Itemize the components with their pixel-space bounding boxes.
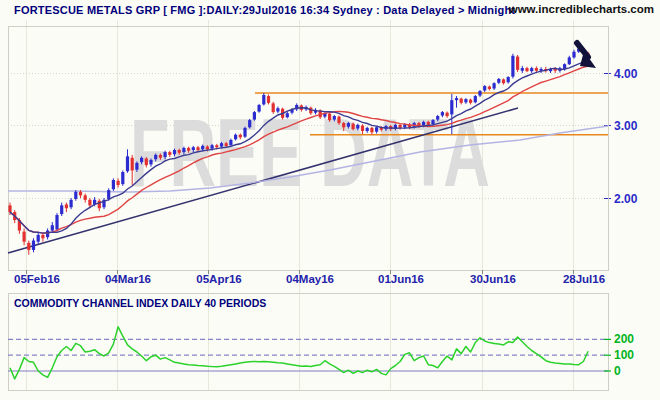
price-and-indicator-chart: 4.003.002.00FREE DATA05Feb1604Mar1605Apr… [0, 0, 660, 400]
candle-body [460, 99, 463, 103]
candle-body [328, 114, 331, 120]
candle-body [422, 122, 425, 126]
candle-body [79, 192, 82, 196]
date-tick-label: 28Jul16 [563, 273, 605, 285]
candle-body [507, 77, 510, 82]
candle-body [375, 127, 378, 131]
candle-body [112, 180, 115, 189]
date-tick-label: 04May16 [286, 273, 334, 285]
candle-body [220, 143, 223, 146]
chart-header-title: FORTESCUE METALS GRP [ FMG ]:DAILY:29Jul… [14, 4, 515, 16]
candle-body [8, 205, 11, 212]
candle-body [168, 152, 171, 155]
candle-body [535, 68, 538, 71]
candle-body [140, 158, 143, 162]
candle-body [333, 116, 336, 119]
candle-body [431, 120, 434, 124]
candle-body [229, 140, 232, 145]
candle-body [521, 68, 524, 71]
candle-body [361, 125, 364, 131]
candle-body [187, 148, 190, 151]
price-tick-label: 2.00 [614, 192, 638, 206]
candle-body [497, 79, 500, 83]
candle-body [196, 147, 199, 150]
candle-body [366, 128, 369, 131]
candle-body [149, 160, 152, 164]
candle-body [74, 192, 77, 199]
candle-body [239, 135, 242, 138]
candle-body [248, 120, 251, 127]
candle-body [32, 241, 35, 250]
candle-body [131, 158, 134, 171]
candle-body [107, 190, 110, 199]
candle-body [469, 100, 472, 103]
candle-body [478, 91, 481, 96]
candle-body [51, 225, 54, 230]
candle-body [192, 147, 195, 150]
candle-body [253, 112, 256, 119]
date-tick-label: 05Feb16 [14, 273, 60, 285]
price-tick-label: 4.00 [614, 67, 638, 81]
candle-body [427, 122, 430, 125]
candle-body [41, 235, 44, 238]
candle-body [135, 163, 138, 170]
candle-body [493, 83, 496, 88]
candle-body [568, 57, 571, 64]
candle-body [337, 117, 340, 123]
candle-body [121, 172, 124, 184]
candle-body [159, 155, 162, 158]
chart-window: 4.003.002.00FREE DATA05Feb1604Mar1605Apr… [0, 0, 660, 400]
candle-body [65, 204, 68, 208]
candle-body [572, 52, 575, 58]
candle-body [178, 150, 181, 153]
candle-body [60, 205, 63, 214]
candle-body [352, 124, 355, 129]
candle-body [276, 108, 279, 111]
candle-body [173, 150, 176, 154]
candle-body [23, 232, 26, 242]
candle-body [154, 155, 157, 159]
candle-body [201, 146, 204, 149]
indicator-title: COMMODITY CHANNEL INDEX DAILY 40 PERIODS [14, 297, 266, 309]
candle-body [455, 98, 458, 100]
cci-tick-label: 100 [614, 348, 634, 362]
candle-body [525, 68, 528, 71]
candle-body [46, 231, 49, 238]
candle-body [511, 56, 514, 77]
candle-body [206, 147, 209, 150]
candle-body [126, 156, 129, 171]
candle-body [88, 200, 91, 206]
candle-body [84, 195, 87, 199]
candle-body [483, 86, 486, 90]
date-tick-label: 30Jun16 [470, 273, 516, 285]
candle-body [488, 87, 491, 89]
candle-body [464, 99, 467, 102]
candle-body [356, 125, 359, 129]
candle-body [474, 96, 477, 102]
candle-body [55, 215, 58, 229]
candle-body [267, 96, 270, 103]
cci-tick-label: 0 [614, 364, 621, 378]
candle-body [370, 128, 373, 132]
candle-body [272, 103, 275, 112]
candle-body [436, 116, 439, 119]
candle-body [450, 100, 453, 114]
candle-body [145, 158, 148, 165]
candle-body [342, 123, 345, 127]
site-link[interactable]: www.incrediblecharts.com [509, 3, 654, 15]
candle-body [530, 68, 533, 71]
candle-body [243, 128, 246, 137]
candle-body [164, 152, 167, 157]
candle-body [347, 123, 350, 127]
candle-body [502, 79, 505, 83]
price-tick-label: 3.00 [614, 119, 638, 133]
candle-body [27, 243, 30, 250]
candle-body [117, 181, 120, 185]
date-tick-label: 01Jun16 [378, 273, 424, 285]
candle-body [286, 113, 289, 117]
date-tick-label: 05Apr16 [196, 273, 241, 285]
candle-body [70, 200, 73, 207]
candle-body [262, 95, 265, 104]
cci-tick-label: 200 [614, 332, 634, 346]
candle-body [215, 145, 218, 147]
